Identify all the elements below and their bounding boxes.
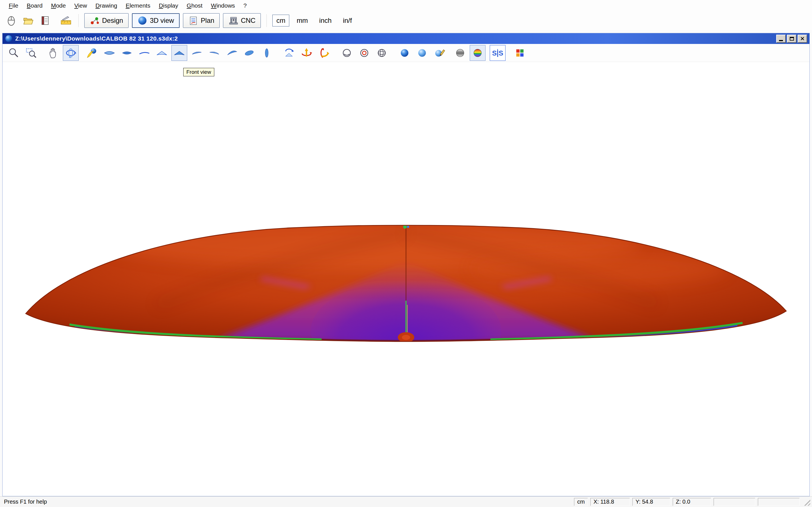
top-view-icon xyxy=(103,47,115,59)
plan-mode-label: Plan xyxy=(201,17,214,24)
wireframe-sphere-button[interactable] xyxy=(374,45,390,61)
smooth-sphere-icon xyxy=(416,47,428,59)
main-toolbar: Design 3D view Plan xyxy=(0,11,812,30)
menu-mode[interactable]: Mode xyxy=(47,1,70,10)
shading-ring-icon xyxy=(358,47,370,59)
maximize-button[interactable] xyxy=(787,35,797,43)
stripes-gray-button[interactable] xyxy=(452,45,468,61)
status-help-text: Press F1 for help xyxy=(2,499,571,505)
rotate-3d-button[interactable] xyxy=(63,45,79,61)
zoom-window-button[interactable] xyxy=(23,45,39,61)
status-bar: Press F1 for help cm X: 118.8 Y: 54.8 Z:… xyxy=(0,496,812,507)
pan-button[interactable] xyxy=(45,45,61,61)
3d-view-mode-label: 3D view xyxy=(150,17,174,24)
status-empty-cell xyxy=(714,498,755,506)
unit-inf-button[interactable]: in/f xyxy=(339,15,356,26)
save-notebook-button[interactable] xyxy=(38,13,52,28)
menu-windows[interactable]: Windows xyxy=(207,1,239,10)
zoom-icon xyxy=(8,47,19,59)
front-view-button[interactable] xyxy=(171,45,187,61)
menu-view[interactable]: View xyxy=(70,1,91,10)
top-view-button[interactable] xyxy=(101,45,117,61)
smooth-sphere-button[interactable] xyxy=(414,45,430,61)
menu-help[interactable]: ? xyxy=(239,1,251,10)
shape3d-app: File Board Mode View Drawing Elements Di… xyxy=(0,0,812,507)
rotate-board-button[interactable] xyxy=(281,45,297,61)
back-view-button[interactable] xyxy=(154,45,170,61)
design-mode-button[interactable]: Design xyxy=(84,13,129,28)
spin-horizontal-button[interactable] xyxy=(299,45,314,61)
shading-plain-icon xyxy=(341,47,353,59)
sphere-icon xyxy=(138,16,147,25)
bottom-view-button[interactable] xyxy=(119,45,135,61)
profile-view-icon xyxy=(261,47,273,59)
profile-view-button[interactable] xyxy=(259,45,274,61)
color-grid-icon xyxy=(514,47,526,59)
stripes-color-icon xyxy=(472,47,484,59)
measure-button[interactable] xyxy=(59,13,73,28)
resize-grip-icon[interactable] xyxy=(802,498,810,506)
render-canvas[interactable] xyxy=(3,62,809,496)
cnc-machine-icon xyxy=(229,16,238,25)
tooltip: Front view xyxy=(183,68,214,76)
menu-board[interactable]: Board xyxy=(22,1,47,10)
spin-vertical-button[interactable] xyxy=(316,45,332,61)
menu-elements[interactable]: Elements xyxy=(121,1,155,10)
design-molecule-icon xyxy=(90,16,99,25)
design-mode-label: Design xyxy=(102,17,123,24)
menu-ghost[interactable]: Ghost xyxy=(183,1,207,10)
perspective-side-button[interactable] xyxy=(224,45,240,61)
plan-mode-button[interactable]: Plan xyxy=(183,13,220,28)
menu-file[interactable]: File xyxy=(4,1,22,10)
texture-draw-button[interactable] xyxy=(432,45,448,61)
unit-mm-button[interactable]: mm xyxy=(293,15,312,26)
status-empty-cell xyxy=(758,498,800,506)
rotate-board-icon xyxy=(283,47,295,59)
status-y-coordinate: Y: 54.8 xyxy=(632,498,670,506)
perspective-rail-button[interactable] xyxy=(241,45,257,61)
shading-ring-button[interactable] xyxy=(356,45,372,61)
side-view-button[interactable] xyxy=(137,45,152,61)
solid-sphere-button[interactable] xyxy=(397,45,412,61)
menu-display[interactable]: Display xyxy=(154,1,183,10)
perspective-rail-icon xyxy=(243,47,255,59)
open-file-button[interactable] xyxy=(21,13,36,28)
zoom-button[interactable] xyxy=(6,45,21,61)
perspective-bottom-button[interactable] xyxy=(206,45,222,61)
separator xyxy=(266,14,267,27)
svg-text:S|S: S|S xyxy=(492,49,503,57)
minimize-button[interactable] xyxy=(776,35,786,43)
wireframe-sphere-icon xyxy=(376,47,388,59)
document-window: Z:\Users\dennery\Downloads\CALBOB 82 31 … xyxy=(2,33,810,496)
status-unit: cm xyxy=(574,498,588,506)
cnc-mode-button[interactable]: CNC xyxy=(223,13,261,28)
zoom-window-icon xyxy=(25,47,37,59)
measure-icon xyxy=(60,15,71,26)
unit-inch-button[interactable]: inch xyxy=(315,15,336,26)
view-toolbar: S|S xyxy=(3,44,809,62)
color-grid-button[interactable] xyxy=(512,45,528,61)
rotate-3d-icon xyxy=(65,47,77,59)
perspective-side-icon xyxy=(226,47,238,59)
unit-cm-button[interactable]: cm xyxy=(272,15,289,26)
solid-sphere-icon xyxy=(399,47,410,59)
board-3d-icon xyxy=(86,47,98,59)
open-file-icon xyxy=(22,15,34,26)
curvature-button[interactable]: S|S xyxy=(490,45,506,61)
cnc-mode-label: CNC xyxy=(241,17,255,24)
stripes-color-button[interactable] xyxy=(470,45,486,61)
menu-bar: File Board Mode View Drawing Elements Di… xyxy=(0,0,812,11)
perspective-top-button[interactable] xyxy=(189,45,205,61)
perspective-bottom-icon xyxy=(208,47,220,59)
texture-draw-icon xyxy=(434,47,446,59)
shading-plain-button[interactable] xyxy=(339,45,355,61)
3d-view-mode-button[interactable]: 3D view xyxy=(132,13,180,28)
mouse-mode-button[interactable] xyxy=(4,13,18,28)
close-button[interactable] xyxy=(798,35,807,43)
curvature-icon: S|S xyxy=(492,47,504,59)
spin-vertical-icon xyxy=(318,47,330,59)
board-3d-button[interactable] xyxy=(84,45,100,61)
menu-drawing[interactable]: Drawing xyxy=(91,1,121,10)
notebook-icon xyxy=(40,15,51,26)
title-bar[interactable]: Z:\Users\dennery\Downloads\CALBOB 82 31 … xyxy=(3,33,809,44)
